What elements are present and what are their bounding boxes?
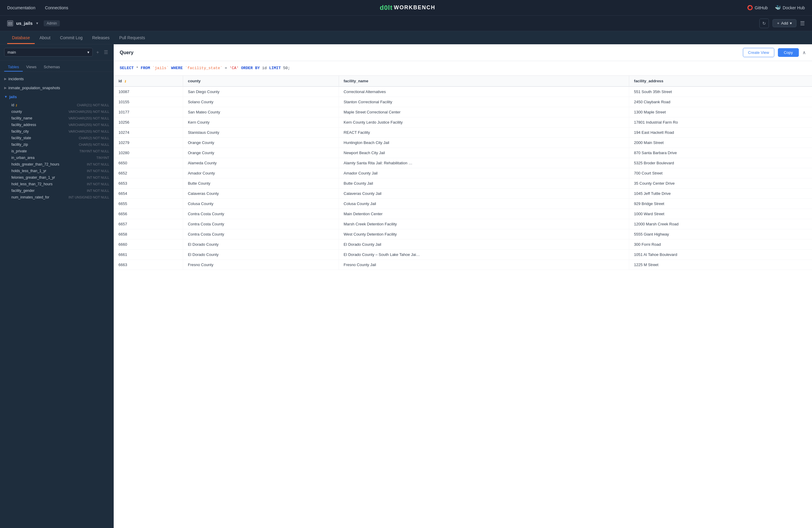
chevron-right-icon: ▶: [4, 77, 6, 81]
cell-facility-name: Huntington Beach City Jail: [339, 138, 629, 147]
table-row: 10256Kern CountyKern County Lerdo Justic…: [114, 117, 812, 127]
cell-county: Fresno County: [183, 259, 339, 270]
edit-inmate-button[interactable]: ✏: [98, 85, 103, 90]
github-link[interactable]: ⭕ GitHub: [747, 5, 768, 11]
column-row-holds-greater: holds_greater_than_72_hours INT NOT NULL: [7, 161, 113, 168]
collapse-button[interactable]: ∧: [802, 50, 806, 55]
column-type-holds-less: INT NOT NULL: [87, 169, 109, 173]
table-name-jails: jails: [9, 95, 98, 99]
docker-link[interactable]: 🐳 Docker Hub: [775, 5, 805, 11]
cell-id: 6653: [114, 178, 183, 188]
hamburger-menu-button[interactable]: ☰: [800, 20, 805, 27]
sidebar-tab-schemas[interactable]: Schemas: [40, 63, 63, 72]
table-section-jails: ▼ jails ✏ ▶ id ⚷ CHAR(21) NOT NULL: [0, 92, 113, 203]
sidebar: main ▾ + ☰ Tables Views Schemas ▶ incide…: [0, 44, 114, 528]
tab-about[interactable]: About: [35, 32, 55, 44]
column-row-holds-less: holds_less_than_1_yr INT NOT NULL: [7, 168, 113, 174]
run-inmate-button[interactable]: ▶: [104, 85, 109, 90]
table-section-inmate-population: ▶ inmate_population_snapshots ✏ ▶: [0, 83, 113, 92]
table-header-jails[interactable]: ▼ jails ✏ ▶: [0, 92, 113, 101]
sql-column-name: `facility_state`: [185, 66, 222, 70]
cell-facility-name: Fresno County Jail: [339, 259, 629, 270]
table-row: 6658Contra Costa CountyWest County Deten…: [114, 229, 812, 239]
sidebar-tab-views[interactable]: Views: [23, 63, 40, 72]
cell-facility-address: 1300 Maple Street: [629, 107, 812, 117]
copy-button[interactable]: Copy: [778, 48, 799, 57]
documentation-link[interactable]: Documentation: [7, 5, 35, 10]
query-panel: Query Create View Copy ∧ SELECT * FROM `…: [114, 44, 812, 528]
sql-limit-keyword: LIMIT: [269, 66, 281, 70]
cell-facility-name: Stanton Correctional Facility: [339, 97, 629, 107]
connections-link[interactable]: Connections: [45, 5, 68, 10]
second-bar-right: ↻ + Add ▾ ☰: [759, 18, 805, 28]
table-row: 6660El Dorado CountyEl Dorado County Jai…: [114, 239, 812, 249]
run-jails-button[interactable]: ▶: [104, 94, 109, 99]
add-table-button[interactable]: +: [95, 48, 100, 56]
tab-releases[interactable]: Releases: [87, 32, 114, 44]
cell-county: Alameda County: [183, 158, 339, 168]
sidebar-menu-button[interactable]: ☰: [103, 48, 109, 56]
top-nav: Documentation Connections d0lt WORKBENCH…: [0, 0, 812, 16]
column-name-hold-less-72: hold_less_than_72_hours: [11, 182, 59, 186]
db-dropdown-chevron[interactable]: ▾: [36, 21, 38, 26]
tab-commit-log[interactable]: Commit Log: [55, 32, 87, 44]
column-name-facility-zip: facility_zip: [11, 142, 59, 147]
cell-id: 10256: [114, 117, 183, 127]
edit-jails-button[interactable]: ✏: [98, 94, 103, 99]
branch-chevron-icon: ▾: [87, 50, 89, 55]
sql-select-keyword: SELECT: [120, 66, 134, 70]
cell-facility-name: REACT Facility: [339, 127, 629, 138]
table-row: 6657Contra Costa CountyMarsh Creek Deten…: [114, 219, 812, 229]
column-name-num-inmates: num_inmates_rated_for: [11, 195, 59, 199]
column-name-id: id ⚷: [11, 103, 59, 107]
cell-facility-name: Correctional Alternatives: [339, 86, 629, 97]
top-nav-left: Documentation Connections: [7, 5, 68, 10]
branch-dropdown[interactable]: main ▾: [4, 48, 93, 57]
edit-incidents-button[interactable]: ✏: [98, 76, 103, 82]
docker-icon: 🐳: [775, 5, 781, 11]
cell-facility-address: 1225 M Street: [629, 259, 812, 270]
cell-facility-name: Marsh Creek Detention Facility: [339, 219, 629, 229]
cell-id: 6660: [114, 239, 183, 249]
table-row: 10279Orange CountyHuntington Beach City …: [114, 138, 812, 147]
sql-limit-num: 50;: [283, 66, 290, 70]
sidebar-tab-tables[interactable]: Tables: [4, 63, 23, 72]
column-type-id: CHAR(21) NOT NULL: [77, 103, 109, 107]
add-chevron-icon: ▾: [790, 21, 792, 26]
sql-star: *: [136, 66, 141, 70]
column-name-felonies: felonies_greater_than_1_yr: [11, 175, 59, 180]
column-row-facility-gender: facility_gender INT NOT NULL: [7, 187, 113, 194]
sql-value: 'CA': [230, 66, 239, 70]
column-row-hold-less-72: hold_less_than_72_hours INT NOT NULL: [7, 181, 113, 187]
column-type-felonies: INT NOT NULL: [87, 176, 109, 179]
cell-county: El Dorado County: [183, 249, 339, 259]
table-header-incidents[interactable]: ▶ incidents ✏ ▶: [0, 74, 113, 83]
run-incidents-button[interactable]: ▶: [104, 76, 109, 82]
add-button[interactable]: + Add ▾: [772, 19, 796, 27]
cell-facility-address: 5325 Broder Boulevard: [629, 158, 812, 168]
cell-id: 10274: [114, 127, 183, 138]
table-header-inmate-population[interactable]: ▶ inmate_population_snapshots ✏ ▶: [0, 83, 113, 92]
query-header: Query Create View Copy ∧: [114, 44, 812, 61]
cell-id: 10177: [114, 107, 183, 117]
cell-facility-address: 1045 Jeff Tuttle Drive: [629, 188, 812, 198]
plus-icon: +: [777, 21, 779, 26]
refresh-button[interactable]: ↻: [759, 18, 769, 28]
cell-facility-address: 551 South 35th Street: [629, 86, 812, 97]
table-row: 6652Amador CountyAmador County Jail700 C…: [114, 168, 812, 178]
cell-facility-name: Amador County Jail: [339, 168, 629, 178]
column-name-facility-gender: facility_gender: [11, 188, 59, 193]
tab-database[interactable]: Database: [7, 32, 35, 44]
tab-pull-requests[interactable]: Pull Requests: [114, 32, 149, 44]
top-nav-right: ⭕ GitHub 🐳 Docker Hub: [747, 5, 805, 11]
logo-workbench: WORKBENCH: [394, 4, 435, 11]
col-header-county: county: [183, 76, 339, 86]
column-type-is-private: TINYINT NOT NULL: [79, 149, 109, 153]
column-row-num-inmates: num_inmates_rated_for INT UNSIGNED NOT N…: [7, 194, 113, 201]
create-view-button[interactable]: Create View: [743, 48, 774, 57]
column-name-is-private: is_private: [11, 149, 59, 153]
svg-rect-0: [9, 22, 12, 23]
cell-id: 6663: [114, 259, 183, 270]
logo: d0lt WORKBENCH: [380, 4, 435, 12]
cell-facility-address: 2450 Claybank Road: [629, 97, 812, 107]
